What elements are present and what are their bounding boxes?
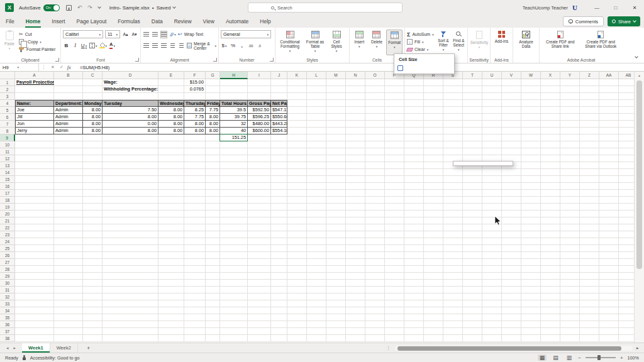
cell-S28[interactable]	[443, 266, 463, 273]
cell-D7[interactable]: 0.00	[103, 121, 158, 128]
cell-P15[interactable]	[385, 176, 404, 183]
cell-C24[interactable]	[83, 238, 103, 245]
cell-W10[interactable]	[521, 141, 541, 148]
cell-G19[interactable]	[206, 204, 220, 211]
cell-G25[interactable]	[206, 245, 220, 252]
cell-M5[interactable]	[326, 107, 346, 114]
cell-M20[interactable]	[326, 211, 346, 217]
cell-D22[interactable]	[103, 224, 158, 231]
cell-Q5[interactable]	[404, 107, 424, 114]
column-header-A[interactable]: A	[15, 72, 54, 79]
cell-P34[interactable]	[385, 307, 404, 314]
cell-D13[interactable]	[103, 162, 158, 169]
cell-U1[interactable]	[482, 79, 502, 86]
cell-O10[interactable]	[365, 141, 385, 148]
borders-button[interactable]: ▾	[89, 42, 97, 50]
cell-U27[interactable]	[482, 259, 502, 266]
row-header-20[interactable]: 20	[0, 211, 15, 217]
cell-E3[interactable]	[158, 93, 184, 100]
top-align-button[interactable]	[143, 31, 150, 38]
cell-D18[interactable]	[103, 197, 158, 204]
cell-F13[interactable]	[184, 162, 206, 169]
cell-Z15[interactable]	[580, 176, 599, 183]
cell-T29[interactable]	[463, 273, 482, 280]
cell-C20[interactable]	[83, 211, 103, 217]
cell-F33[interactable]	[184, 300, 206, 307]
cell-O37[interactable]	[365, 328, 385, 335]
cell-K23[interactable]	[287, 231, 307, 238]
cell-G26[interactable]	[206, 252, 220, 259]
cell-B16[interactable]	[54, 183, 83, 190]
cell-O15[interactable]	[365, 176, 385, 183]
cell-J24[interactable]	[271, 238, 287, 245]
cell-K25[interactable]	[287, 245, 307, 252]
cell-S26[interactable]	[443, 252, 463, 259]
cell-K7[interactable]	[287, 121, 307, 128]
cell-Z3[interactable]	[580, 93, 599, 100]
cell-L2[interactable]	[307, 86, 326, 93]
cell-R5[interactable]	[424, 107, 443, 114]
row-header-11[interactable]: 11	[0, 148, 15, 155]
cell-S11[interactable]	[443, 148, 463, 155]
column-header-Z[interactable]: Z	[580, 72, 599, 79]
cell-S6[interactable]	[443, 114, 463, 121]
cell-J10[interactable]	[271, 141, 287, 148]
cell-V16[interactable]	[502, 183, 521, 190]
cell-AB7[interactable]	[619, 121, 634, 128]
cut-button[interactable]: ✂Cut	[19, 31, 55, 38]
cell-S5[interactable]	[443, 107, 463, 114]
row-header-29[interactable]: 29	[0, 273, 15, 280]
cell-O17[interactable]	[365, 190, 385, 197]
cell-B25[interactable]	[54, 245, 83, 252]
cell-Q7[interactable]	[404, 121, 424, 128]
cell-AA27[interactable]	[599, 259, 619, 266]
cell-W9[interactable]	[521, 134, 541, 141]
tabbar-splitter[interactable]: ⋮	[386, 345, 391, 351]
cell-I30[interactable]	[248, 280, 271, 287]
ribbon-tab-file[interactable]: File	[0, 15, 20, 28]
cell-O4[interactable]	[365, 100, 385, 107]
cell-Y6[interactable]	[560, 114, 580, 121]
cell-Y27[interactable]	[560, 259, 580, 266]
cell-M31[interactable]	[326, 287, 346, 293]
cell-E28[interactable]	[158, 266, 184, 273]
ribbon-tab-insert[interactable]: Insert	[46, 15, 70, 28]
comma-style-button[interactable]: ,	[238, 42, 245, 50]
cell-B29[interactable]	[54, 273, 83, 280]
cell-AA12[interactable]	[599, 155, 619, 162]
row-header-12[interactable]: 12	[0, 155, 15, 162]
cell-N16[interactable]	[346, 183, 365, 190]
maximize-button[interactable]: □	[606, 0, 625, 15]
cell-A16[interactable]	[15, 183, 54, 190]
cell-X31[interactable]	[541, 287, 560, 293]
namebox-dropdown-icon[interactable]: ▾	[18, 66, 19, 69]
cell-AB16[interactable]	[619, 183, 634, 190]
cell-N34[interactable]	[346, 307, 365, 314]
cell-F37[interactable]	[184, 328, 206, 335]
cell-S16[interactable]	[443, 183, 463, 190]
cell-U30[interactable]	[482, 280, 502, 287]
cell-X2[interactable]	[541, 86, 560, 93]
cell-AA26[interactable]	[599, 252, 619, 259]
cell-E36[interactable]	[158, 321, 184, 328]
cell-J3[interactable]	[271, 93, 287, 100]
cell-P3[interactable]	[385, 93, 404, 100]
ribbon-tab-formulas[interactable]: Formulas	[112, 15, 145, 28]
right-align-button[interactable]	[160, 42, 167, 50]
cell-E14[interactable]	[158, 169, 184, 176]
cell-Y21[interactable]	[560, 217, 580, 224]
cell-Z6[interactable]	[580, 114, 599, 121]
cell-M38[interactable]	[326, 335, 346, 342]
cell-V5[interactable]	[502, 107, 521, 114]
cell-W8[interactable]	[521, 128, 541, 134]
cell-L30[interactable]	[307, 280, 326, 287]
cell-H35[interactable]	[220, 314, 248, 321]
cell-Y23[interactable]	[560, 231, 580, 238]
cell-L1[interactable]	[307, 79, 326, 86]
cell-E1[interactable]	[158, 79, 184, 86]
cell-K33[interactable]	[287, 300, 307, 307]
cell-J28[interactable]	[271, 266, 287, 273]
cell-E37[interactable]	[158, 328, 184, 335]
cell-N14[interactable]	[346, 169, 365, 176]
cell-AA6[interactable]	[599, 114, 619, 121]
